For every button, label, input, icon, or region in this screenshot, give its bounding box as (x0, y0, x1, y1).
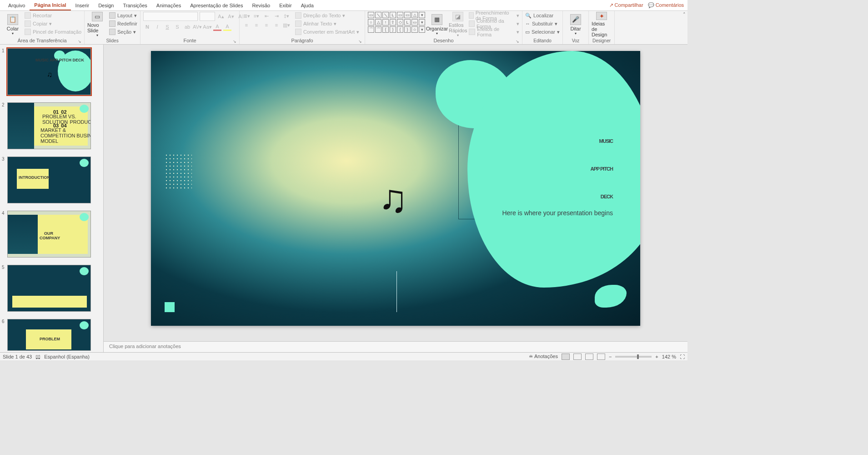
copy-button[interactable]: Copiar ▾ (25, 20, 81, 27)
convert-smartart-button[interactable]: Converter em SmartArt ▾ (295, 28, 359, 35)
thumb-slide-6[interactable]: PROBLEM (7, 319, 91, 351)
tab-animacoes[interactable]: Animações (152, 1, 186, 10)
new-slide-button[interactable]: ▭ Novo Slide▾ (87, 12, 107, 37)
tab-apresentacao[interactable]: Apresentação de Slides (186, 1, 247, 10)
comments-button[interactable]: 💬 Comentários (648, 2, 684, 8)
fit-to-window-button[interactable]: ⛶ (680, 354, 685, 359)
shrink-font-icon[interactable]: A▾ (227, 12, 235, 20)
text-direction-button[interactable]: Direção do Texto ▾ (295, 12, 359, 19)
columns-button[interactable]: ▥▾ (282, 21, 291, 29)
align-left-button[interactable]: ≡ (242, 21, 251, 29)
tab-pagina-inicial[interactable]: Página Inicial (30, 0, 70, 10)
font-family-select[interactable] (143, 12, 198, 21)
align-right-button[interactable]: ≡ (262, 21, 271, 29)
font-color-button[interactable]: A (213, 23, 221, 31)
shadow-button[interactable]: ab (183, 23, 191, 31)
font-launcher-icon[interactable]: ↘ (233, 39, 236, 44)
slideshow-view-button[interactable] (597, 354, 605, 360)
clipboard-icon: 📋 (7, 14, 18, 25)
outdent-button[interactable]: ⇤ (262, 12, 271, 20)
thumb-number: 4 (2, 211, 7, 258)
section-button[interactable]: Seção ▾ (109, 28, 137, 35)
zoom-level[interactable]: 142 % (662, 354, 676, 359)
status-slide-counter: Slide 1 de 43 (3, 354, 32, 359)
slide[interactable]: ♫ MUSIC APP PITCH DECK Here is where you… (151, 51, 640, 326)
thumb-number: 6 (2, 319, 7, 351)
thumb-slide-3[interactable]: INTRODUCTION (7, 157, 91, 203)
thumb-slide-2[interactable]: 01 02 PROBLEM VS. SOLUTION PRODUCT 03 04… (7, 102, 91, 149)
cut-button[interactable]: Recortar (25, 12, 81, 19)
replace-button[interactable]: ↔Substituir ▾ (525, 20, 560, 27)
tab-arquivo[interactable]: Arquivo (4, 1, 30, 10)
indent-button[interactable]: ⇥ (272, 12, 281, 20)
bold-button[interactable]: N (143, 23, 151, 31)
accessibility-icon[interactable]: 🕮 (35, 354, 40, 359)
shapes-gallery[interactable]: ▭＼＼L▭▭△▾ ○△↑⇧◇L▭▾ ⌒⌒{}{}☆▾ (368, 12, 425, 33)
change-case-button[interactable]: Aa▾ (203, 23, 211, 31)
justify-button[interactable]: ≡ (272, 21, 281, 29)
title-text-box[interactable]: MUSIC APP PITCH DECK Here is where your … (467, 119, 613, 217)
bullets-button[interactable]: ≣▾ (242, 12, 251, 20)
tab-ajuda[interactable]: Ajuda (296, 1, 318, 10)
share-button[interactable]: ↗ Compartilhar (609, 2, 643, 8)
search-icon: 🔍 (525, 13, 532, 19)
tab-exibir[interactable]: Exibir (275, 1, 296, 10)
group-slides: ▭ Novo Slide▾ Layout ▾ Redefinir Seção ▾… (85, 11, 140, 44)
align-text-icon (295, 20, 301, 27)
select-icon: ▭ (525, 29, 530, 35)
thumb-slide-1[interactable]: MUSIC APP PITCH DECK ♫ (7, 48, 91, 95)
grow-font-icon[interactable]: A▴ (217, 12, 225, 20)
status-language[interactable]: Espanhol (Espanha) (44, 354, 90, 359)
tab-inserir[interactable]: Inserir (71, 1, 94, 10)
char-spacing-button[interactable]: AV▾ (193, 23, 201, 31)
format-painter-button[interactable]: Pincel de Formatação (25, 28, 81, 35)
find-button[interactable]: 🔍Localizar (525, 12, 560, 19)
reset-button[interactable]: Redefinir (109, 20, 137, 27)
sorter-view-button[interactable] (573, 354, 582, 360)
zoom-slider[interactable] (615, 356, 652, 358)
collapse-ribbon-icon[interactable]: ˄ (683, 12, 686, 18)
zoom-out-button[interactable]: − (609, 354, 612, 359)
strike-button[interactable]: S (173, 23, 181, 31)
layout-icon (109, 12, 115, 19)
ribbon: 📋 Colar▾ Recortar Copiar ▾ Pincel de For… (0, 11, 687, 45)
notes-toggle[interactable]: ≐ Anotações (529, 354, 557, 359)
select-button[interactable]: ▭Selecionar ▾ (525, 28, 560, 35)
slide-canvas-area[interactable]: ♫ MUSIC APP PITCH DECK Here is where you… (104, 45, 687, 341)
thumb-slide-5[interactable] (7, 265, 91, 312)
align-center-button[interactable]: ≡ (252, 21, 261, 29)
tab-design[interactable]: Design (94, 1, 118, 10)
arrange-button[interactable]: ▦Organizar▾ (427, 12, 447, 37)
paragraph-launcher-icon[interactable]: ↘ (358, 39, 362, 44)
paste-button[interactable]: 📋 Colar▾ (3, 12, 23, 37)
reading-view-button[interactable] (585, 354, 593, 360)
group-clipboard: 📋 Colar▾ Recortar Copiar ▾ Pincel de For… (0, 11, 85, 44)
music-note-icon: ♫ (378, 176, 408, 221)
section-icon (109, 29, 115, 35)
line-spacing-button[interactable]: ‡▾ (282, 12, 291, 20)
fill-icon (469, 12, 473, 19)
drawing-launcher-icon[interactable]: ↘ (516, 39, 519, 44)
normal-view-button[interactable] (562, 354, 570, 360)
tab-transicoes[interactable]: Transições (118, 1, 151, 10)
numbering-button[interactable]: ≡▾ (252, 12, 261, 20)
underline-button[interactable]: S (163, 23, 171, 31)
highlight-button[interactable]: A (223, 23, 231, 31)
notes-pane[interactable]: Clique para adicionar anotações (104, 341, 687, 352)
italic-button[interactable]: I (153, 23, 161, 31)
tab-revisao[interactable]: Revisão (247, 1, 275, 10)
shape-effects-button[interactable]: Efeitos de Forma ▾ (469, 28, 519, 35)
quick-styles-button[interactable]: ◪Estilos Rápidos▾ (449, 12, 467, 37)
slide-thumbnail-pane[interactable]: 1 MUSIC APP PITCH DECK ♫ 2 01 02 PROBLEM… (0, 45, 104, 352)
thumb-slide-4[interactable]: OUR COMPANY (7, 211, 91, 258)
design-ideas-button[interactable]: ✦Ideias de Design (592, 12, 612, 37)
clipboard-launcher-icon[interactable]: ↘ (78, 39, 81, 44)
scissors-icon (25, 12, 31, 19)
dot-pattern (165, 153, 192, 190)
font-size-select[interactable] (200, 12, 215, 21)
zoom-in-button[interactable]: + (655, 354, 658, 359)
align-text-button[interactable]: Alinhar Texto ▾ (295, 20, 359, 27)
layout-button[interactable]: Layout ▾ (109, 12, 137, 19)
dictate-button[interactable]: 🎤Ditar▾ (566, 12, 586, 37)
thumb-number: 1 (2, 48, 7, 95)
